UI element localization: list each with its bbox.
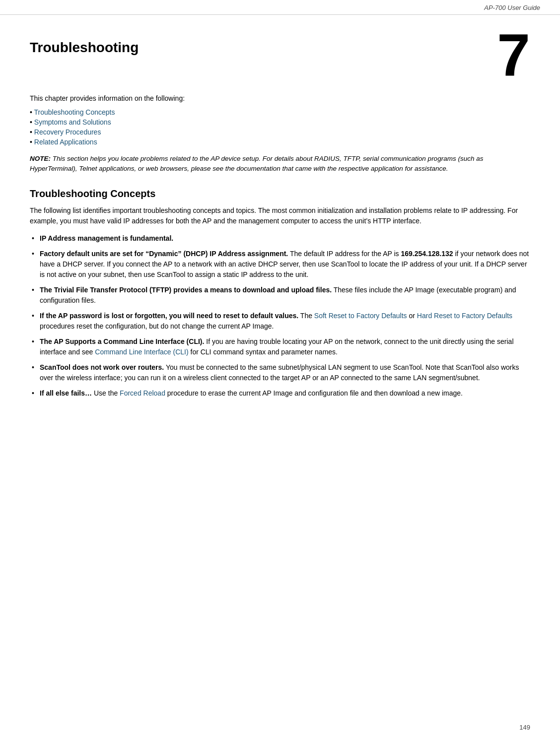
page-header: AP-700 User Guide (0, 0, 560, 15)
bullet-item-3: The Trivial File Transfer Protocol (TFTP… (30, 285, 530, 306)
bullet-item-4: If the AP password is lost or forgotten,… (30, 311, 530, 332)
chapter-number: 7 (497, 25, 530, 84)
toc-item-1: Troubleshooting Concepts (30, 108, 530, 116)
toc-link-1[interactable]: Troubleshooting Concepts (34, 108, 115, 116)
intro-paragraph: This chapter provides information on the… (30, 94, 530, 102)
bullet-1-bold: IP Address management is fundamental. (40, 234, 173, 242)
note-text: This section helps you locate problems r… (30, 155, 483, 172)
bullet-item-7: If all else fails… Use the Forced Reload… (30, 388, 530, 399)
section-title-troubleshooting: Troubleshooting Concepts (30, 188, 530, 200)
bullet-5-bold: The AP Supports a Command Line Interface… (40, 337, 204, 345)
toc-link-4[interactable]: Related Applications (34, 138, 97, 146)
toc-link-3[interactable]: Recovery Procedures (34, 128, 101, 136)
hard-reset-link[interactable]: Hard Reset to Factory Defaults (417, 312, 512, 320)
cli-link[interactable]: Command Line Interface (CLI) (95, 348, 188, 356)
bullet-list: IP Address management is fundamental. Fa… (30, 233, 530, 399)
page-number: 149 (519, 724, 530, 731)
toc-link-2[interactable]: Symptoms and Solutions (34, 118, 111, 126)
note-box: NOTE: This section helps you locate prob… (30, 154, 530, 174)
bullet-item-6: ScanTool does not work over routers. You… (30, 362, 530, 383)
header-title: AP-700 User Guide (484, 4, 540, 11)
bullet-6-bold: ScanTool does not work over routers. (40, 363, 164, 371)
note-label: NOTE: (30, 155, 51, 162)
bullet-2-bold: Factory default units are set for “Dynam… (40, 250, 288, 258)
bullet-4-text-pre: The (300, 312, 314, 320)
soft-reset-link[interactable]: Soft Reset to Factory Defaults (314, 312, 407, 320)
bullet-7-bold: If all else fails… (40, 389, 92, 397)
bullet-7-end: procedure to erase the current AP Image … (167, 389, 463, 397)
bullet-4-end: procedures reset the configuration, but … (40, 322, 274, 330)
toc-item-2: Symptoms and Solutions (30, 118, 530, 126)
bullet-4-bold: If the AP password is lost or forgotten,… (40, 312, 298, 320)
bullet-item-2: Factory default units are set for “Dynam… (30, 249, 530, 280)
toc-item-4: Related Applications (30, 138, 530, 146)
toc-list: Troubleshooting Concepts Symptoms and So… (30, 108, 530, 146)
page-footer: 149 (519, 724, 530, 731)
bullet-item-5: The AP Supports a Command Line Interface… (30, 337, 530, 357)
bullet-item-1: IP Address management is fundamental. (30, 233, 530, 244)
main-content: Troubleshooting 7 This chapter provides … (0, 15, 560, 433)
bullet-4-mid: or (409, 312, 417, 320)
toc-item-3: Recovery Procedures (30, 128, 530, 136)
bullet-7-text-pre: Use the (94, 389, 120, 397)
chapter-header: Troubleshooting 7 (30, 30, 530, 84)
page-container: AP-700 User Guide Troubleshooting 7 This… (0, 0, 560, 741)
ip-address: 169.254.128.132 (401, 250, 453, 258)
bullet-3-bold: The Trivial File Transfer Protocol (TFTP… (40, 286, 332, 294)
section-intro-text: The following list identifies important … (30, 205, 530, 226)
chapter-title: Troubleshooting (30, 40, 139, 56)
bullet-5-end: for CLI command syntax and parameter nam… (191, 348, 338, 356)
forced-reload-link[interactable]: Forced Reload (120, 389, 165, 397)
